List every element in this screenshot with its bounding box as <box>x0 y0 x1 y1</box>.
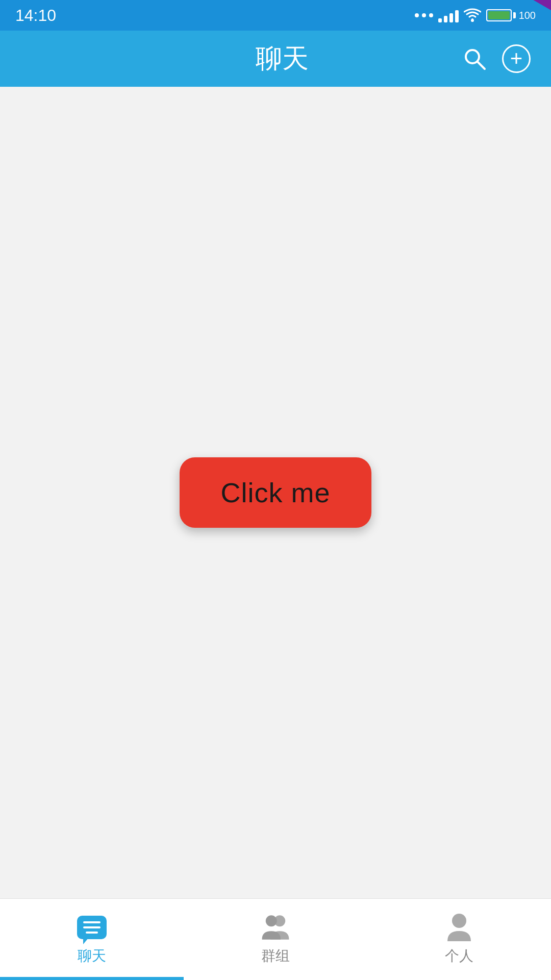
nav-label-chat: 聊天 <box>78 946 106 966</box>
click-me-button[interactable]: Click me <box>180 457 371 528</box>
status-time: 14:10 <box>15 6 56 25</box>
search-button[interactable] <box>462 46 487 71</box>
status-icons: 100 <box>415 8 536 22</box>
svg-point-5 <box>452 914 466 928</box>
main-content: Click me <box>0 87 551 898</box>
nav-item-chat[interactable]: 聊天 <box>0 914 184 966</box>
nav-item-group[interactable]: 群组 <box>184 914 367 966</box>
group-icon <box>259 914 292 941</box>
app-bar: 聊天 + <box>0 31 551 87</box>
chat-icon <box>76 914 108 941</box>
nav-item-profile[interactable]: 个人 <box>367 914 551 966</box>
battery-percent: 100 <box>519 10 536 21</box>
signal-dots <box>415 13 433 17</box>
dot3 <box>429 13 433 17</box>
signal-bars-icon <box>438 8 459 22</box>
nav-label-profile: 个人 <box>445 946 473 966</box>
profile-icon <box>443 914 475 941</box>
battery-body <box>486 9 512 21</box>
wifi-icon <box>464 8 481 22</box>
svg-line-2 <box>478 62 485 69</box>
nav-label-group: 群组 <box>261 946 290 966</box>
app-bar-title: 聊天 <box>102 41 462 77</box>
active-tab-indicator <box>0 977 184 980</box>
svg-point-0 <box>471 19 474 22</box>
svg-point-4 <box>266 915 277 926</box>
add-circle-icon: + <box>502 44 531 73</box>
bottom-nav: 聊天 群组 个人 <box>0 898 551 980</box>
status-bar: 14:10 100 DEBUG <box>0 0 551 31</box>
dot2 <box>422 13 426 17</box>
battery-fill <box>488 11 510 19</box>
dot1 <box>415 13 419 17</box>
app-bar-actions: + <box>462 44 531 73</box>
battery-tip <box>513 12 516 18</box>
battery-icon: 100 <box>486 9 536 21</box>
search-icon <box>462 46 487 71</box>
add-button[interactable]: + <box>502 44 531 73</box>
